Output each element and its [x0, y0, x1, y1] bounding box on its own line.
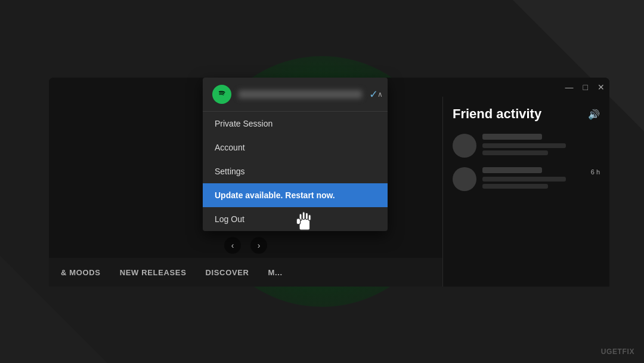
friend-info: [482, 167, 585, 191]
menu-item-settings[interactable]: Settings: [203, 159, 388, 183]
friend-track: [482, 143, 566, 148]
nav-item-new-releases[interactable]: NEW RELEASES: [120, 268, 187, 277]
username-blurred: [239, 90, 362, 99]
right-panel-header: Friend activity 🔊: [453, 106, 600, 122]
spotify-logo-icon: [216, 88, 227, 101]
friend-avatar: [453, 167, 476, 191]
dropdown-header: ✓ ∧: [203, 78, 388, 112]
friend-activity-title: Friend activity: [453, 106, 541, 122]
menu-item-account[interactable]: Account: [203, 136, 388, 159]
prev-arrow-button[interactable]: ‹: [224, 237, 241, 254]
dropdown-menu: ✓ ∧ Private Session Account Settings Upd…: [203, 78, 388, 231]
nav-item-moods[interactable]: & MOODS: [61, 268, 101, 277]
friend-item: [453, 134, 600, 158]
nav-item-discover[interactable]: DISCOVER: [206, 268, 249, 277]
nav-bar: & MOODS NEW RELEASES DISCOVER M...: [49, 258, 442, 287]
friend-name: [482, 134, 542, 140]
spotify-logo: [212, 85, 231, 104]
friend-artist: [482, 184, 548, 189]
menu-item-update[interactable]: Update available. Restart now.: [203, 183, 388, 207]
nav-arrows: ‹ ›: [224, 237, 267, 254]
close-button[interactable]: ✕: [597, 82, 605, 92]
minimize-button[interactable]: —: [565, 82, 574, 92]
title-bar-buttons: — □ ✕: [565, 82, 605, 92]
friend-avatar: [453, 134, 476, 158]
maximize-button[interactable]: □: [583, 82, 588, 92]
next-arrow-button[interactable]: ›: [250, 237, 267, 254]
nav-item-more[interactable]: M...: [268, 268, 283, 277]
friend-track: [482, 177, 566, 182]
friend-info: [482, 134, 594, 158]
checkmark-icon: ✓: [369, 88, 378, 101]
friend-time-2: 6 h: [591, 167, 600, 176]
sound-icon[interactable]: 🔊: [588, 109, 600, 120]
friend-artist: [482, 150, 548, 155]
right-panel: Friend activity 🔊: [442, 97, 609, 287]
friend-name: [482, 167, 542, 173]
friend-item: 6 h: [453, 167, 600, 191]
watermark: UGETFIX: [601, 347, 634, 356]
menu-item-private-session[interactable]: Private Session: [203, 112, 388, 136]
menu-item-logout[interactable]: Log Out: [203, 207, 388, 231]
scroll-up-indicator: ∧: [377, 90, 383, 99]
